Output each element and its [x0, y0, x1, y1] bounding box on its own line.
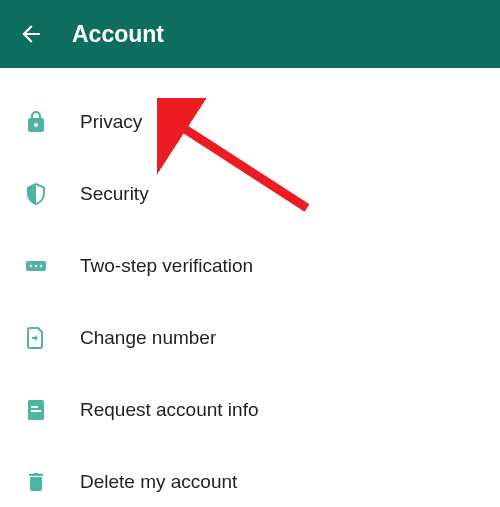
list-item-delete-account[interactable]: Delete my account	[0, 446, 500, 507]
list-item-label: Privacy	[80, 111, 142, 133]
list-item-change-number[interactable]: Change number	[0, 302, 500, 374]
svg-rect-5	[31, 406, 38, 408]
document-icon	[22, 396, 50, 424]
back-arrow-icon[interactable]	[18, 21, 44, 47]
page-title: Account	[72, 21, 164, 48]
sim-swap-icon	[22, 324, 50, 352]
list-item-label: Change number	[80, 327, 216, 349]
svg-point-2	[35, 265, 38, 268]
list-item-privacy[interactable]: Privacy	[0, 86, 500, 158]
trash-icon	[22, 468, 50, 496]
list-item-security[interactable]: Security	[0, 158, 500, 230]
lock-icon	[22, 108, 50, 136]
settings-list: Privacy Security Two-step verification	[0, 68, 500, 507]
list-item-label: Security	[80, 183, 149, 205]
svg-rect-6	[31, 410, 41, 412]
shield-icon	[22, 180, 50, 208]
list-item-label: Request account info	[80, 399, 259, 421]
header-bar: Account	[0, 0, 500, 68]
list-item-label: Two-step verification	[80, 255, 253, 277]
pin-icon	[22, 252, 50, 280]
svg-point-1	[30, 265, 33, 268]
list-item-request-info[interactable]: Request account info	[0, 374, 500, 446]
svg-point-3	[40, 265, 43, 268]
list-item-two-step[interactable]: Two-step verification	[0, 230, 500, 302]
list-item-label: Delete my account	[80, 471, 237, 493]
